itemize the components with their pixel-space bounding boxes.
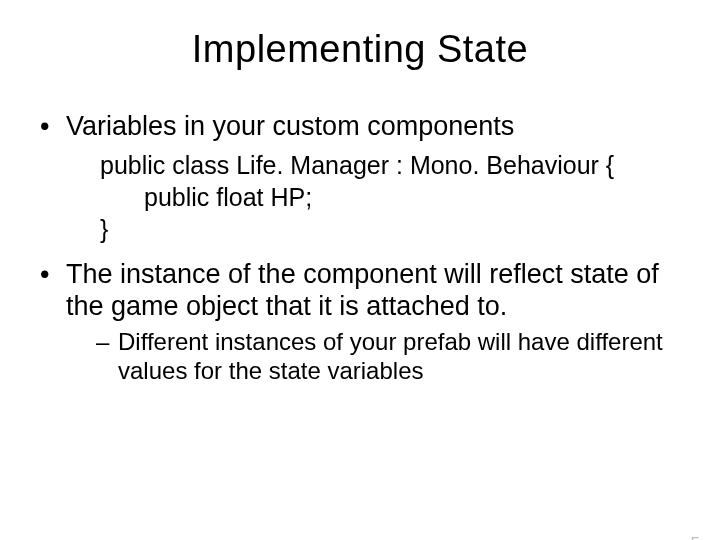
bullet-text: Variables in your custom components bbox=[66, 111, 514, 141]
bullet-list: Variables in your custom components publ… bbox=[38, 111, 682, 385]
sub-bullet-text: Different instances of your prefab will … bbox=[118, 328, 663, 384]
bullet-text: The instance of the component will refle… bbox=[66, 259, 659, 321]
slide: Implementing State Variables in your cus… bbox=[0, 28, 720, 540]
bullet-item: Variables in your custom components publ… bbox=[38, 111, 682, 245]
code-block: public class Life. Manager : Mono. Behav… bbox=[100, 149, 682, 245]
code-line: public float HP; bbox=[100, 181, 682, 213]
code-line: public class Life. Manager : Mono. Behav… bbox=[100, 149, 682, 181]
sub-bullet-list: Different instances of your prefab will … bbox=[96, 327, 682, 386]
slide-title: Implementing State bbox=[0, 28, 720, 71]
page-number: 5 bbox=[691, 534, 700, 540]
slide-body: Variables in your custom components publ… bbox=[0, 111, 720, 385]
sub-bullet-item: Different instances of your prefab will … bbox=[96, 327, 682, 386]
code-line: } bbox=[100, 213, 682, 245]
bullet-item: The instance of the component will refle… bbox=[38, 259, 682, 385]
